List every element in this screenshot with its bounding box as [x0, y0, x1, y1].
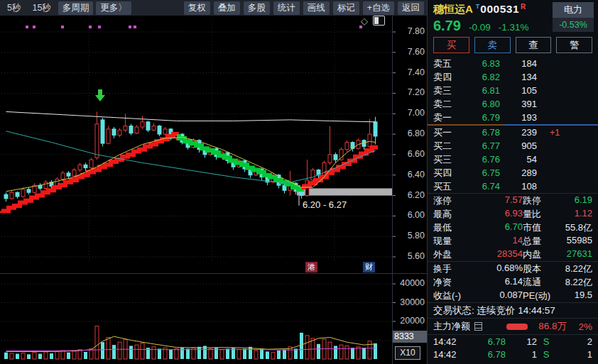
bid-price: 6.78 [464, 127, 500, 138]
indicator-step-line [1, 134, 179, 211]
stat-row: 现量14总量55985 [428, 234, 598, 248]
price-band [297, 188, 392, 195]
flow-label: 主力净额 [433, 320, 470, 333]
bid-row[interactable]: 买三6.7654 [428, 153, 598, 166]
stat-value: 0.087 [499, 289, 523, 302]
stat-value: 6.70 [505, 221, 523, 234]
bid-label: 买二 [433, 140, 464, 153]
ask-row[interactable]: 卖二6.80391 [428, 97, 598, 111]
tick-side: S [537, 336, 555, 347]
signal-dots [26, 26, 362, 28]
volume-multiplier[interactable]: X10 [395, 346, 420, 360]
ask-volume: 105 [500, 85, 537, 96]
tick-row: 14:426.796S1 [428, 360, 598, 364]
detail-list-icon[interactable] [474, 322, 482, 331]
toolbar-item-更多〉[interactable]: 更多〉 [96, 1, 131, 15]
ask-volume: 134 [500, 72, 537, 82]
stats-block-bottom: 换手0.68%股本8.22亿净资6.14流通8.22亿收益(-)0.087PE(… [428, 262, 598, 302]
quote-panel: 穗恒运A T 000531 R 6.79 -0.09 -1.31% 电力 -0.… [427, 0, 598, 364]
session-time: 14:44:57 [518, 305, 555, 316]
stock-name: 穗恒运A [433, 3, 473, 16]
stat-row: 收益(-)0.087PE(动)19.5 [428, 289, 598, 302]
stat-value: 1.12 [575, 208, 592, 221]
tick-volume: 1 [506, 349, 537, 360]
flow-gauge-bar [506, 324, 528, 330]
toolbar-item-多周期[interactable]: 多周期 [58, 1, 94, 15]
toolbar-button-复权[interactable]: 复权 [184, 1, 210, 15]
volume-bars [4, 326, 377, 359]
bid-row[interactable]: 买四6.75289 [428, 166, 598, 180]
app-root: 5秒15秒多周期更多〉 复权叠加多股统计画线标记+自选返回 ◇ 6.20 - 6… [0, 0, 598, 364]
stat-cell: 净资6.14 [433, 276, 523, 289]
bid-label: 买一 [433, 126, 464, 139]
bid-row[interactable]: 买五6.74108 [428, 180, 598, 193]
toolbar-button-+自选[interactable]: +自选 [363, 1, 394, 15]
toolbar-button-多股[interactable]: 多股 [244, 1, 270, 15]
ask-price: 6.83 [464, 58, 500, 69]
stock-identity: 穗恒运A T 000531 R [433, 3, 526, 16]
bid-volume: 905 [500, 140, 537, 151]
down-arrow-icon [95, 89, 105, 101]
main-price-chart[interactable]: 6.20 - 6.27 [0, 16, 427, 273]
tools-menu: 复权叠加多股统计画线标记+自选返回 [180, 0, 427, 16]
trade-actions: 买卖查警 [428, 35, 598, 57]
stat-key: 收益(-) [433, 289, 461, 302]
market-tab-港[interactable]: 港 [305, 262, 317, 272]
toolbar-button-统计[interactable]: 统计 [273, 1, 300, 15]
stat-value: 19.5 [575, 289, 592, 302]
ask-row[interactable]: 卖三6.81105 [428, 84, 598, 97]
tick-row: 14:426.7812S2 [428, 335, 598, 348]
stat-value: 0.68% [496, 263, 523, 275]
bid-price: 6.76 [464, 154, 500, 165]
stat-key: 流通 [523, 276, 541, 289]
volume-chart[interactable] [0, 273, 427, 364]
tick-count: 1 [555, 349, 592, 360]
price-change: -0.09 [469, 22, 491, 33]
action-button-查[interactable]: 查 [516, 37, 552, 53]
sector-box[interactable]: 电力 -0.53% [553, 2, 594, 32]
stat-key: 内盘 [523, 248, 541, 261]
toolbar-item-5秒[interactable]: 5秒 [3, 1, 25, 15]
bid-delta: +1 [537, 128, 592, 138]
bid-row[interactable]: 买一6.78239+1 [428, 126, 598, 139]
indicator-step-line [179, 134, 304, 189]
stat-value: 7.57 [505, 194, 523, 207]
stat-cell: 换手0.68% [433, 263, 523, 275]
ask-row[interactable]: 卖四6.82134 [428, 70, 598, 84]
sector-name[interactable]: 电力 [553, 2, 594, 18]
stat-cell: 外盘28354 [433, 248, 523, 261]
stat-cell: 量比1.12 [523, 208, 592, 221]
session-status: 交易状态: 连续竞价 14:44:57 [428, 303, 598, 318]
stat-key: 总量 [523, 235, 541, 248]
toolbar-button-返回[interactable]: 返回 [398, 1, 424, 15]
ask-volume: 391 [500, 99, 537, 109]
tick-list[interactable]: 14:426.7812S214:426.781S114:426.796S1 [428, 335, 598, 364]
market-tab-财[interactable]: 财 [363, 262, 375, 272]
stat-cell: 现量14 [433, 235, 523, 248]
flow-percent: 2% [571, 321, 592, 332]
main-capital-flow: 主力净额 86.8万 2% [428, 319, 598, 334]
bid-label: 买五 [433, 180, 464, 193]
stat-row: 最高6.93量比1.12 [428, 207, 598, 221]
toolbar-button-标记[interactable]: 标记 [333, 1, 359, 15]
action-button-卖[interactable]: 卖 [474, 37, 511, 53]
toolbar-button-画线[interactable]: 画线 [303, 1, 330, 15]
action-button-买[interactable]: 买 [433, 37, 469, 53]
stat-row: 最低6.70市值55.8亿 [428, 221, 598, 234]
stat-cell: 最低6.70 [433, 221, 523, 234]
stat-value: 27631 [567, 248, 592, 261]
ask-row[interactable]: 卖一6.79193 [428, 111, 598, 124]
toolbar-button-叠加[interactable]: 叠加 [214, 1, 240, 15]
stat-row: 外盘28354内盘27631 [428, 248, 598, 261]
ask-price: 6.79 [464, 112, 500, 123]
pane-divider[interactable] [0, 273, 427, 274]
tick-volume: 6 [506, 362, 537, 364]
action-button-警[interactable]: 警 [556, 37, 592, 53]
ask-volume: 193 [500, 112, 537, 123]
stat-cell: 最高6.93 [433, 208, 523, 221]
bid-row[interactable]: 买二6.77905 [428, 139, 598, 153]
toolbar-item-15秒[interactable]: 15秒 [28, 1, 55, 15]
stat-value: 8.22亿 [565, 276, 592, 289]
bid-volume: 108 [500, 181, 537, 192]
ask-row[interactable]: 卖五6.83184 [428, 57, 598, 70]
